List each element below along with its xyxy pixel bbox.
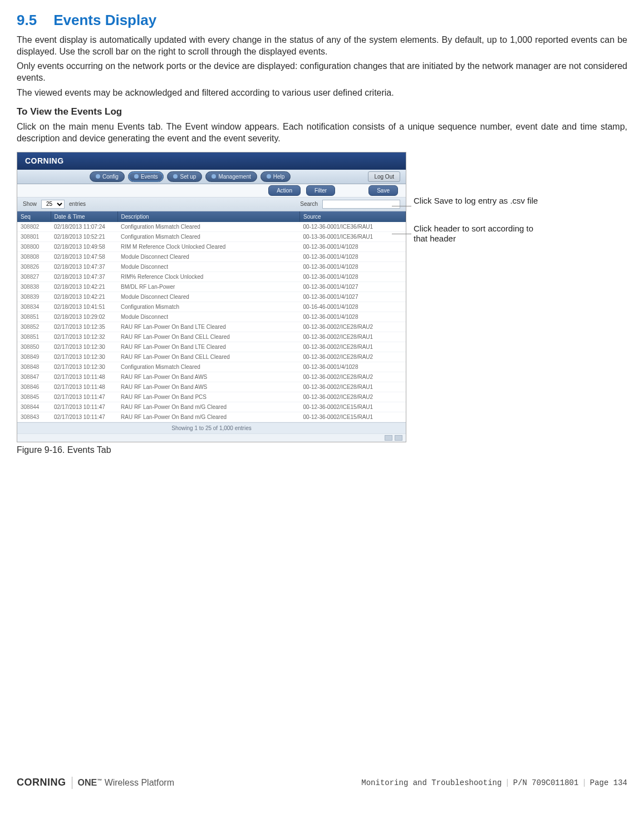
footer-one: ONE xyxy=(78,778,97,787)
table-row[interactable]: 30880802/18/2013 10:47:58Module Disconne… xyxy=(17,251,406,262)
show-count-select[interactable]: 25 xyxy=(41,200,65,209)
tab-label: Management xyxy=(218,173,250,180)
table-cell: 02/18/2013 10:41:51 xyxy=(51,302,117,312)
table-cell: RAU RF Lan-Power On Band PCS xyxy=(117,392,300,402)
table-cell: 308802 xyxy=(17,222,51,232)
tab-setup[interactable]: Set up xyxy=(167,171,202,182)
save-button[interactable]: Save xyxy=(368,185,398,196)
filter-button[interactable]: Filter xyxy=(306,185,335,196)
table-row[interactable]: 30884802/17/2013 10:12:30Configuration M… xyxy=(17,362,406,372)
table-cell: 308846 xyxy=(17,382,51,392)
table-cell: 00-16-46-0001/4/1028 xyxy=(300,302,406,312)
table-cell: 02/18/2013 10:47:37 xyxy=(51,272,117,282)
table-cell: 02/17/2013 10:11:48 xyxy=(51,372,117,382)
table-row[interactable]: 30883802/18/2013 10:42:21BM/DL RF Lan-Po… xyxy=(17,282,406,292)
table-cell: 308827 xyxy=(17,272,51,282)
table-row[interactable]: 30880002/18/2013 10:49:58RIM M Reference… xyxy=(17,241,406,251)
table-row[interactable]: 30883402/18/2013 10:41:51Configuration M… xyxy=(17,302,406,312)
table-cell: 308834 xyxy=(17,302,51,312)
tab-label: Help xyxy=(273,173,285,180)
tab-management[interactable]: Management xyxy=(205,171,257,182)
footer-divider xyxy=(72,777,72,789)
footer-page: Page 134 xyxy=(590,778,627,788)
table-row[interactable]: 30885202/17/2013 10:12:35RAU RF Lan-Powe… xyxy=(17,322,406,332)
table-row[interactable]: 30885102/17/2013 10:12:32RAU RF Lan-Powe… xyxy=(17,332,406,342)
col-datetime[interactable]: Date & Time xyxy=(51,211,117,222)
table-cell: Module Disconnect Cleared xyxy=(117,292,300,302)
table-cell: 00-12-36-0002/ICE28/RAU1 xyxy=(300,332,406,342)
table-cell: Configuration Mismatch xyxy=(117,302,300,312)
table-cell: 02/17/2013 10:11:47 xyxy=(51,392,117,402)
search-label: Search xyxy=(300,200,318,208)
tab-icon xyxy=(96,174,100,179)
table-cell: 308801 xyxy=(17,231,51,241)
col-seq[interactable]: Seq xyxy=(17,211,51,222)
table-cell: 00-12-36-0001/ICE36/RAU1 xyxy=(300,222,406,232)
show-label: Show xyxy=(23,200,37,208)
tab-label: Set up xyxy=(180,173,196,180)
tab-events[interactable]: Events xyxy=(128,171,164,182)
footer-sep-2: | xyxy=(582,778,586,788)
table-cell: 02/18/2013 11:07:24 xyxy=(51,222,117,232)
figure-wrap: Events tab CORNING Config Events Set up … xyxy=(17,152,627,456)
action-button[interactable]: Action xyxy=(268,185,301,196)
table-cell: Module Disconnect Cleared xyxy=(117,251,300,262)
table-row[interactable]: 30884702/17/2013 10:11:48RAU RF Lan-Powe… xyxy=(17,372,406,382)
table-cell: Configuration Mismatch Cleared xyxy=(117,362,300,372)
table-row[interactable]: 30885002/17/2013 10:12:30RAU RF Lan-Powe… xyxy=(17,342,406,352)
col-description[interactable]: Description xyxy=(117,211,300,222)
main-tab-bar: Config Events Set up Management Help Log… xyxy=(17,170,406,184)
tab-icon xyxy=(267,174,271,179)
table-cell: 308850 xyxy=(17,342,51,352)
table-cell: 02/18/2013 10:52:21 xyxy=(51,231,117,241)
search-input[interactable] xyxy=(322,200,400,209)
table-row[interactable]: 30880102/18/2013 10:52:21Configuration M… xyxy=(17,231,406,241)
table-cell: 00-12-36-0002/ICE28/RAU2 xyxy=(300,372,406,382)
tab-icon xyxy=(212,174,216,179)
table-row[interactable]: 30883902/18/2013 10:42:21Module Disconne… xyxy=(17,292,406,302)
section-number: 9.5 xyxy=(17,12,37,28)
logout-button[interactable]: Log Out xyxy=(368,171,400,182)
table-cell: RAU RF Lan-Power On Band m/G Cleared xyxy=(117,412,300,422)
table-cell: 308851 xyxy=(17,332,51,342)
table-cell: 00-12-36-0001/4/1028 xyxy=(300,262,406,272)
table-cell: RIM M Reference Clock Unlocked Cleared xyxy=(117,241,300,251)
table-cell: 02/17/2013 10:12:35 xyxy=(51,322,117,332)
table-cell: RAU RF Lan-Power On Band CELL Cleared xyxy=(117,332,300,342)
table-row[interactable]: 30885102/18/2013 10:29:02Module Disconne… xyxy=(17,312,406,322)
table-cell: 00-12-36-0001/4/1027 xyxy=(300,292,406,302)
trademark-icon: ™ xyxy=(97,777,102,783)
tab-help[interactable]: Help xyxy=(260,171,291,182)
tab-config[interactable]: Config xyxy=(90,171,125,182)
table-cell: 00-12-36-0002/ICE28/RAU2 xyxy=(300,352,406,362)
table-cell: 308838 xyxy=(17,282,51,292)
callout-header: Click header to sort according to that h… xyxy=(414,224,539,244)
body-paragraph-1: The event display is automatically updat… xyxy=(17,34,627,58)
table-cell: 308845 xyxy=(17,392,51,402)
action-row: Action Filter Save xyxy=(17,184,406,198)
table-row[interactable]: 30884602/17/2013 10:11:48RAU RF Lan-Powe… xyxy=(17,382,406,392)
table-cell: 308843 xyxy=(17,412,51,422)
table-row[interactable]: 30884902/17/2013 10:12:30RAU RF Lan-Powe… xyxy=(17,352,406,362)
entries-label: entries xyxy=(69,200,86,208)
body-paragraph-2: Only events occurring on the network por… xyxy=(17,61,627,84)
footer-right: Monitoring and Troubleshooting | P/N 709… xyxy=(361,778,627,788)
section-heading-text: Events Display xyxy=(53,12,156,28)
table-cell: 308848 xyxy=(17,362,51,372)
table-row[interactable]: 30882702/18/2013 10:47:37RIM% Reference … xyxy=(17,272,406,282)
events-table: Seq Date & Time Description Source 30880… xyxy=(17,211,406,422)
table-cell: 02/17/2013 10:11:47 xyxy=(51,412,117,422)
table-row[interactable]: 30882602/18/2013 10:47:37Module Disconne… xyxy=(17,262,406,272)
table-row[interactable]: 30884402/17/2013 10:11:47RAU RF Lan-Powe… xyxy=(17,402,406,412)
table-cell: 02/18/2013 10:42:21 xyxy=(51,292,117,302)
table-cell: RAU RF Lan-Power On Band AWS xyxy=(117,382,300,392)
table-row[interactable]: 30884502/17/2013 10:11:47RAU RF Lan-Powe… xyxy=(17,392,406,402)
col-source[interactable]: Source xyxy=(300,211,406,222)
scroll-right-icon[interactable] xyxy=(395,435,402,441)
scroll-left-icon[interactable] xyxy=(385,435,392,441)
table-cell: 308808 xyxy=(17,251,51,262)
table-cell: 02/17/2013 10:12:30 xyxy=(51,362,117,372)
table-row[interactable]: 30880202/18/2013 11:07:24Configuration M… xyxy=(17,222,406,232)
sub-paragraph: Click on the main menu Events tab. The E… xyxy=(17,121,627,145)
table-row[interactable]: 30884302/17/2013 10:11:47RAU RF Lan-Powe… xyxy=(17,412,406,422)
